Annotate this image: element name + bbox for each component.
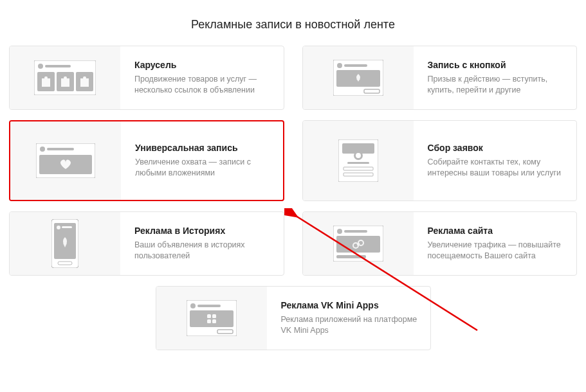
svg-rect-46 xyxy=(212,314,216,318)
card-title: Запись с кнопкой xyxy=(428,60,564,70)
card-site-ad[interactable]: Реклама сайта Увеличение трафика — повыш… xyxy=(302,211,578,276)
svg-rect-11 xyxy=(83,76,86,79)
lead-form-icon xyxy=(303,121,414,200)
svg-rect-14 xyxy=(344,64,367,67)
carousel-icon xyxy=(10,46,120,109)
card-lead-form[interactable]: Сбор заявок Собирайте контакты тех, кому… xyxy=(302,120,578,201)
svg-rect-8 xyxy=(64,76,67,79)
svg-rect-5 xyxy=(44,76,48,79)
card-title: Сбор заявок xyxy=(428,143,564,153)
card-stories[interactable]: Реклама в Историях Ваши объявления в ист… xyxy=(9,211,284,276)
page-title: Рекламные записи в новостной ленте xyxy=(0,18,586,31)
svg-rect-47 xyxy=(207,319,211,323)
svg-point-13 xyxy=(337,63,342,68)
svg-rect-19 xyxy=(47,148,74,150)
card-desc: Увеличение охвата — записи с любыми влож… xyxy=(135,157,270,179)
ad-format-grid: Карусель Продвижение товаров и услуг — н… xyxy=(0,46,586,276)
svg-rect-35 xyxy=(344,230,367,233)
svg-rect-25 xyxy=(347,162,369,164)
card-desc: Реклама приложений на платформе VK Mini … xyxy=(281,314,417,337)
card-carousel[interactable]: Карусель Продвижение товаров и услуг — н… xyxy=(9,46,284,110)
universal-post-icon xyxy=(10,121,121,200)
svg-point-18 xyxy=(40,147,45,152)
card-vk-mini-apps[interactable]: Реклама VK Mini Apps Реклама приложений … xyxy=(156,286,431,350)
vk-mini-apps-icon xyxy=(156,287,267,350)
card-universal-post[interactable]: Универсальная запись Увеличение охвата —… xyxy=(9,120,284,201)
post-with-button-icon xyxy=(303,46,414,109)
svg-point-42 xyxy=(190,303,196,308)
card-post-with-button[interactable]: Запись с кнопкой Призыв к действию — вст… xyxy=(302,46,578,110)
site-ad-icon xyxy=(303,212,414,275)
card-title: Карусель xyxy=(134,60,271,70)
svg-rect-32 xyxy=(58,262,72,265)
svg-rect-7 xyxy=(61,78,69,87)
svg-rect-45 xyxy=(207,314,211,318)
svg-point-1 xyxy=(38,64,43,69)
card-title: Реклама VK Mini Apps xyxy=(281,300,417,310)
bottom-row: Реклама VK Mini Apps Реклама приложений … xyxy=(0,286,586,359)
svg-rect-10 xyxy=(80,78,89,87)
svg-rect-26 xyxy=(343,167,373,170)
svg-rect-44 xyxy=(190,310,233,327)
svg-rect-31 xyxy=(62,226,72,228)
svg-rect-40 xyxy=(336,255,366,258)
stories-icon xyxy=(10,212,120,275)
svg-point-24 xyxy=(356,153,361,158)
svg-rect-27 xyxy=(343,173,373,176)
svg-rect-2 xyxy=(45,65,71,67)
card-desc: Призыв к действию — вступить, купить, пе… xyxy=(428,74,564,96)
svg-rect-4 xyxy=(42,78,50,87)
svg-point-30 xyxy=(57,226,60,229)
card-title: Реклама в Историях xyxy=(134,226,271,236)
svg-rect-43 xyxy=(197,305,221,307)
svg-point-34 xyxy=(337,229,342,234)
svg-rect-48 xyxy=(212,319,216,323)
svg-rect-16 xyxy=(364,89,380,93)
card-desc: Увеличение трафика — повышайте посещаемо… xyxy=(428,240,564,262)
card-title: Универсальная запись xyxy=(135,143,270,153)
svg-rect-49 xyxy=(217,330,233,334)
card-title: Реклама сайта xyxy=(428,226,564,236)
card-desc: Собирайте контакты тех, кому интересны в… xyxy=(428,157,564,179)
card-desc: Продвижение товаров и услуг — несколько … xyxy=(134,74,271,96)
card-desc: Ваши объявления в историях пользователей xyxy=(134,240,271,262)
